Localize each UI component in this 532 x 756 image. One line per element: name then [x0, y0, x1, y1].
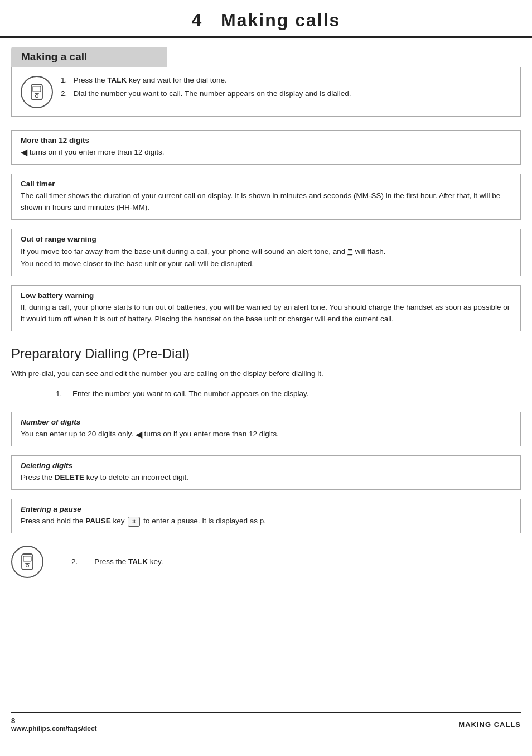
step-2-num: 2.	[61, 89, 71, 98]
deleting-text-before: Press the	[21, 473, 55, 481]
antenna-icon: ℶ	[347, 245, 353, 258]
info-box-more-digits: More than 12 digits ◀ turns on if you en…	[11, 130, 521, 165]
pre-dial-step-1-num: 1.	[56, 389, 70, 398]
info-box-low-battery: Low battery warning If, during a call, y…	[11, 285, 521, 331]
handset-icon	[21, 76, 53, 108]
step2-after: key.	[148, 557, 163, 566]
step2-before: Press the	[94, 557, 128, 566]
step-1: 1. Press the TALK key and wait for the d…	[61, 75, 511, 86]
num-digits-title-em: Number of digits	[21, 418, 80, 426]
pre-dial-step-1-text: Enter the number you want to call. The n…	[72, 389, 309, 398]
pre-dial-intro: With pre-dial, you can see and edit the …	[11, 368, 521, 379]
chapter-number: 4	[192, 10, 203, 30]
out-of-range-text-before: If you move too far away from the base u…	[21, 247, 347, 256]
spacer	[0, 586, 532, 712]
step-2-text: Dial the number you want to call. The nu…	[74, 89, 351, 98]
arrow-left-icon-2: ◀	[136, 430, 142, 439]
info-box-deleting-digits-title: Deleting digits	[21, 461, 511, 470]
step-1-num: 1.	[61, 76, 71, 84]
chapter-title-text: Making calls	[221, 10, 340, 30]
svg-rect-5	[23, 556, 31, 561]
pause-key-icon: ⌗	[128, 517, 140, 527]
info-box-more-digits-body: ◀ turns on if you enter more than 12 dig…	[21, 147, 511, 158]
svg-point-2	[36, 95, 38, 98]
arrow-left-icon: ◀	[21, 148, 27, 157]
info-box-call-timer: Call timer The call timer shows the dura…	[11, 174, 521, 220]
num-digits-text-before: You can enter up to 20 digits only.	[21, 430, 136, 438]
pre-dial-title: Preparatory Dialling (Pre-Dial)	[11, 346, 521, 362]
info-box-out-of-range-title: Out of range warning	[21, 235, 511, 243]
deleting-text-after: key to delete an incorrect digit.	[84, 473, 188, 481]
pause-text-before: Press and hold the	[21, 517, 85, 525]
chapter-header: 4 Making calls	[0, 0, 532, 38]
pause-title-em: Entering a pause	[21, 505, 81, 513]
svg-rect-3	[35, 93, 39, 94]
step-1-text-before: Press the	[74, 76, 108, 84]
info-box-deleting-digits-body: Press the DELETE key to delete an incorr…	[21, 472, 511, 484]
making-call-steps: 1. Press the TALK key and wait for the d…	[61, 75, 511, 102]
deleting-bold: DELETE	[55, 473, 84, 481]
info-box-out-of-range: Out of range warning If you move too far…	[11, 229, 521, 276]
handset-svg-2	[18, 552, 37, 571]
info-box-more-digits-title: More than 12 digits	[21, 136, 511, 145]
num-digits-text-after: turns on if you enter more than 12 digit…	[144, 430, 279, 438]
making-call-section: Making a call 1. Press the TALK key and …	[11, 47, 521, 117]
deleting-title-em: Deleting digits	[21, 461, 72, 470]
info-box-deleting-digits: Deleting digits Press the DELETE key to …	[11, 455, 521, 490]
info-box-entering-pause: Entering a pause Press and hold the PAUS…	[11, 499, 521, 533]
info-box-low-battery-body: If, during a call, your phone starts to …	[21, 302, 511, 325]
svg-rect-7	[25, 563, 30, 564]
chapter-title: 4 Making calls	[192, 10, 341, 30]
info-box-entering-pause-title: Entering a pause	[21, 505, 511, 513]
making-call-header: Making a call	[11, 47, 167, 67]
making-call-heading: Making a call	[21, 51, 87, 62]
footer-url: www.philips.com/faqs/dect	[11, 725, 97, 733]
pause-text-middle: key	[111, 517, 127, 525]
making-call-body: 1. Press the TALK key and wait for the d…	[11, 67, 521, 117]
step-1-bold: TALK	[107, 76, 127, 84]
svg-rect-1	[33, 86, 41, 92]
step-1-text-after: key and wait for the dial tone.	[127, 76, 226, 84]
handset-svg	[27, 83, 46, 102]
footer-chapter-label: MAKING CALLS	[458, 720, 521, 729]
info-box-num-digits-title: Number of digits	[21, 418, 511, 426]
info-box-out-of-range-body: If you move too far away from the base u…	[21, 245, 511, 270]
page: 4 Making calls Making a call 1. Press	[0, 0, 532, 756]
pre-dial-step-2-text: 2. Press the TALK key.	[71, 557, 163, 566]
info-box-call-timer-title: Call timer	[21, 180, 511, 188]
svg-point-6	[26, 565, 29, 567]
pause-text-after: to enter a pause. It is displayed as p.	[143, 517, 266, 525]
step-2: 2. Dial the number you want to call. The…	[61, 88, 511, 99]
info-box-low-battery-title: Low battery warning	[21, 291, 511, 300]
page-footer: 8 www.philips.com/faqs/dect MAKING CALLS	[11, 712, 521, 734]
info-box-more-digits-text: turns on if you enter more than 12 digit…	[30, 148, 165, 156]
handset-icon-2	[11, 546, 43, 578]
footer-page-num: 8	[11, 716, 97, 725]
pre-dial-step-1: 1. Enter the number you want to call. Th…	[56, 388, 521, 399]
pre-dial-section: Preparatory Dialling (Pre-Dial) With pre…	[11, 346, 521, 408]
step2-num: 2.	[71, 557, 93, 566]
step2-bold: TALK	[128, 557, 148, 566]
footer-left: 8 www.philips.com/faqs/dect	[11, 716, 97, 733]
info-box-entering-pause-body: Press and hold the PAUSE key ⌗ to enter …	[21, 516, 511, 527]
info-box-num-digits: Number of digits You can enter up to 20 …	[11, 412, 521, 446]
pause-bold: PAUSE	[85, 517, 111, 525]
info-box-num-digits-body: You can enter up to 20 digits only. ◀ tu…	[21, 428, 511, 440]
pre-dial-step-2-section: 2. Press the TALK key.	[11, 545, 521, 578]
info-box-call-timer-body: The call timer shows the duration of you…	[21, 190, 511, 214]
